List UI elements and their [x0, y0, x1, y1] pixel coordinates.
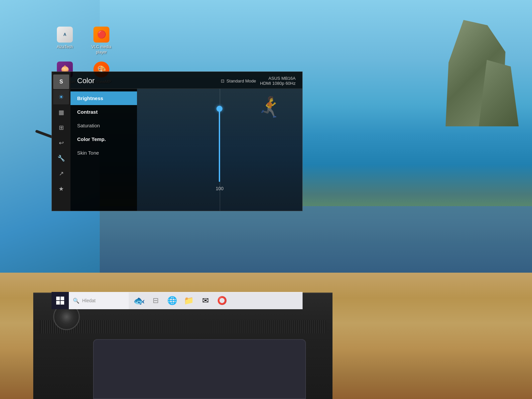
- speaker-grille: [40, 320, 326, 333]
- osd-resolution: 1080p: [272, 81, 284, 86]
- osd-sidebar-color[interactable]: ▦: [53, 105, 69, 120]
- taskbar: 🔍 Hledat 🐟 ⊟ 🌐 📁 ✉ ⭕: [52, 292, 303, 309]
- slider-container: 100: [216, 109, 223, 191]
- slider-fill: [219, 109, 220, 182]
- osd-refresh: 60Hz: [286, 81, 296, 86]
- osd-menu-brightness[interactable]: Brightness: [70, 91, 137, 105]
- osd-sidebar-input[interactable]: ↩: [53, 136, 69, 150]
- osd-sidebar-s[interactable]: S: [53, 74, 69, 89]
- slider-thumb[interactable]: [216, 106, 222, 112]
- monitor-icon: ⊡: [221, 78, 224, 83]
- icon-row-1: A AlzaTech 🔴 VLC media player: [52, 27, 115, 55]
- taskbar-mail-icon[interactable]: ✉: [198, 293, 213, 308]
- taskbar-explorer-icon[interactable]: 📁: [181, 293, 197, 308]
- osd-sidebar-image[interactable]: ⊞: [53, 120, 69, 135]
- osd-sidebar-favorite[interactable]: ★: [53, 182, 69, 196]
- stand-fabric-pad: [93, 339, 306, 399]
- osd-mode-info: ⊡ Standard Mode: [221, 78, 256, 83]
- slider-track[interactable]: [219, 109, 220, 182]
- osd-model: ASUS MB16A: [260, 76, 296, 81]
- taskbar-start-button[interactable]: [52, 292, 69, 309]
- taskbar-fish-icon[interactable]: 🐟: [131, 293, 147, 308]
- desktop-background: /ISUS A AlzaTech 🔴 VLC media player 🧅 To…: [0, 0, 532, 399]
- taskbar-search[interactable]: 🔍 Hledat: [69, 292, 129, 309]
- alzatech-icon: A: [57, 27, 73, 43]
- taskbar-opera-icon[interactable]: ⭕: [214, 293, 230, 308]
- taskbar-snip-icon[interactable]: ⊟: [148, 293, 163, 308]
- vlc-icon: 🔴: [93, 27, 109, 43]
- osd-sidebar-settings[interactable]: 🔧: [53, 151, 69, 166]
- vlc-icon-item[interactable]: 🔴 VLC media player: [88, 27, 115, 55]
- osd-signal-info: HDMI 1080p 60Hz: [260, 81, 296, 86]
- vlc-label: VLC media player: [88, 45, 115, 55]
- slider-value-label: 100: [216, 186, 223, 191]
- osd-menu-saturation[interactable]: Saturation: [70, 119, 137, 132]
- osd-mode-label: Standard Mode: [226, 78, 256, 83]
- silhouette-icon: 🏃: [257, 95, 282, 119]
- osd-header: Color ⊡ Standard Mode ASUS MB16A HDMI 10…: [70, 72, 302, 89]
- osd-title: Color: [77, 76, 95, 85]
- speaker-inner: [60, 310, 73, 324]
- osd-sidebar-expand[interactable]: ↗: [53, 166, 69, 181]
- osd-menu-contrast[interactable]: Contrast: [70, 105, 137, 119]
- osd-menu-color-temp[interactable]: Color Temp.: [70, 132, 137, 146]
- osd-menu-list: Brightness Contrast Saturation Color Tem…: [70, 89, 137, 211]
- search-placeholder: Hledat: [82, 298, 95, 303]
- taskbar-edge-icon[interactable]: 🌐: [165, 293, 180, 308]
- osd-signal: HDMI: [260, 81, 271, 86]
- taskbar-pinned-icons: 🐟 ⊟ 🌐 📁 ✉ ⭕: [129, 293, 232, 308]
- osd-monitor-info: ASUS MB16A HDMI 1080p 60Hz: [260, 76, 296, 86]
- osd-content: Brightness Contrast Saturation Color Tem…: [70, 89, 302, 211]
- osd-main-content: Color ⊡ Standard Mode ASUS MB16A HDMI 10…: [70, 72, 302, 211]
- osd-sidebar: S ☀ ▦ ⊞ ↩ 🔧 ↗ ★: [52, 72, 70, 211]
- alzatech-icon-item[interactable]: A AlzaTech: [52, 27, 78, 55]
- osd-info: ⊡ Standard Mode ASUS MB16A HDMI 1080p 60…: [221, 76, 296, 86]
- osd-menu-overlay: S ☀ ▦ ⊞ ↩ 🔧 ↗ ★ Color ⊡ Standard Mode AS: [52, 71, 303, 211]
- osd-menu-skin-tone[interactable]: Skin Tone: [70, 146, 137, 160]
- search-icon: 🔍: [73, 298, 79, 304]
- osd-slider-area: 🏃 100: [137, 89, 302, 211]
- alzatech-label: AlzaTech: [57, 45, 73, 50]
- windows-icon: [56, 297, 64, 305]
- osd-sidebar-brightness[interactable]: ☀: [53, 90, 69, 104]
